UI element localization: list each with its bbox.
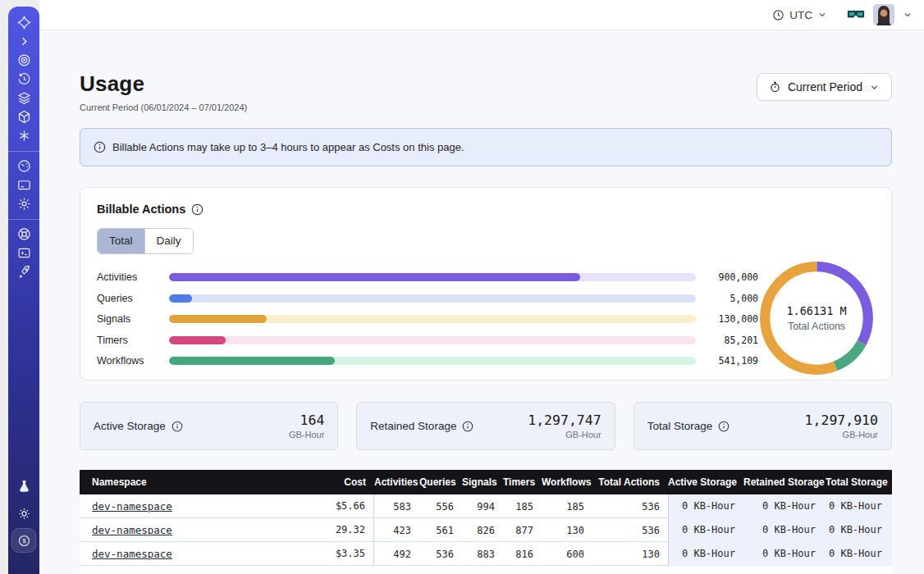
cell-activities: 492 [374, 549, 419, 560]
info-icon[interactable] [718, 421, 730, 432]
storage-card-label: Active Storage [94, 420, 166, 432]
chevron-down-icon [817, 10, 827, 20]
col-header-queries: Queries [419, 476, 462, 488]
bar-label: Activities [97, 271, 154, 283]
cell-signals: 883 [462, 549, 503, 560]
cell-cost: $5.66 [295, 494, 374, 518]
sidebar-divider [8, 151, 39, 152]
info-icon[interactable] [172, 421, 183, 432]
cell-retained-storage: 0 KB-Hour [743, 518, 826, 542]
tab-total[interactable]: Total [98, 229, 144, 253]
bar-fill [169, 273, 580, 281]
col-header-cost: Cost [295, 476, 374, 488]
cell-signals: 826 [462, 525, 503, 536]
bar-row-signals: Signals 130,000 [97, 315, 758, 323]
timezone-selector[interactable]: UTC [772, 9, 827, 21]
cell-total-actions: 130 [592, 549, 668, 560]
info-icon[interactable] [462, 421, 473, 432]
main-content: Usage Current Period (06/01/2024 – 07/01… [39, 30, 924, 574]
storage-card-value: 1,297,910 [805, 412, 878, 428]
bar-row-workflows: Workflows 541,109 [97, 357, 758, 365]
cell-active-storage: 0 KB-Hour [668, 494, 743, 518]
info-icon[interactable] [191, 203, 204, 216]
cell-activities: 423 [374, 525, 419, 536]
namespace-usage-table: Namespace Cost Activities Queries Signal… [80, 470, 892, 574]
col-header-active-storage: Active Storage [668, 476, 743, 488]
namespace-link[interactable]: dev-namespace [92, 524, 172, 536]
bar-label: Signals [97, 313, 154, 325]
cell-workflows: 130 [542, 525, 592, 536]
storage-card-label: Total Storage [647, 420, 713, 432]
table-row-clipped [80, 566, 892, 574]
namespace-link[interactable]: dev-namespace [92, 500, 172, 512]
col-header-workflows: Workflows [542, 476, 592, 488]
sidebar-divider [8, 219, 39, 220]
tab-daily[interactable]: Daily [144, 229, 193, 253]
billable-actions-card: Billable Actions Total Daily Activities … [80, 187, 892, 380]
pricing-dollar-icon[interactable]: $ [11, 528, 36, 553]
storage-card-value: 164 [289, 412, 324, 428]
page-subtitle: Current Period (06/01/2024 – 07/01/2024) [80, 102, 892, 112]
chevron-right-icon[interactable] [8, 33, 39, 49]
layers-icon[interactable] [8, 89, 39, 106]
cell-signals: 994 [462, 501, 503, 512]
cell-timers: 877 [503, 525, 542, 536]
terminal-icon[interactable] [8, 244, 39, 261]
history-clock-icon[interactable] [8, 71, 39, 87]
retained-storage-card: Retained Storage 1,297,747 GB-Hour [356, 402, 615, 450]
cell-active-storage: 0 KB-Hour [668, 542, 743, 566]
user-avatar[interactable] [873, 4, 894, 25]
cell-total-storage: 0 KB-Hour [826, 518, 892, 542]
support-lifebuoy-icon[interactable] [8, 226, 39, 242]
bar-value: 85,201 [707, 335, 758, 346]
period-dropdown-button[interactable]: Current Period [757, 73, 892, 101]
col-header-total-actions: Total Actions [592, 476, 668, 488]
asterisk-icon[interactable] [8, 127, 39, 144]
chart-mode-tabs: Total Daily [97, 228, 194, 254]
billable-actions-title: Billable Actions [97, 203, 185, 216]
cell-workflows: 600 [542, 549, 592, 560]
usage-gauge-icon[interactable] [8, 157, 39, 174]
chevron-down-icon[interactable] [903, 10, 913, 20]
cell-cost: $3.35 [295, 542, 374, 566]
bar-row-activities: Activities 900,000 [97, 273, 758, 281]
table-row: dev-namespace $3.35 492 536 883 816 600 … [80, 542, 892, 566]
total-actions-donut-chart: 1.66131 M Total Actions [758, 260, 875, 376]
sidebar: $ [8, 7, 39, 574]
goggles-icon[interactable] [847, 9, 865, 21]
col-header-total-storage: Total Storage [826, 476, 892, 488]
cell-retained-storage: 0 KB-Hour [743, 494, 826, 518]
stopwatch-icon [769, 80, 781, 93]
donut-total-value: 1.66131 M [786, 304, 846, 317]
temporal-logo-icon[interactable] [8, 14, 39, 30]
namespace-link[interactable]: dev-namespace [92, 548, 172, 560]
info-banner: Billable Actions may take up to 3–4 hour… [80, 128, 892, 166]
labs-flask-icon[interactable] [8, 478, 39, 494]
chevron-down-icon [869, 82, 880, 93]
bar-value: 541,109 [707, 355, 758, 367]
rocket-icon[interactable] [8, 263, 39, 280]
cell-total-storage: 0 KB-Hour [826, 542, 892, 566]
cell-queries: 556 [419, 501, 462, 512]
banner-text: Billable Actions may take up to 3–4 hour… [112, 141, 464, 153]
cell-total-actions: 536 [592, 501, 668, 512]
col-header-namespace: Namespace [80, 476, 295, 488]
col-header-activities: Activities [374, 476, 419, 488]
cell-queries: 561 [419, 525, 462, 536]
bar-label: Workflows [97, 355, 154, 367]
bar-fill [169, 315, 267, 323]
bar-value: 900,000 [707, 271, 758, 283]
bar-fill [169, 357, 335, 365]
info-icon [94, 141, 106, 153]
total-storage-card: Total Storage 1,297,910 GB-Hour [634, 402, 892, 450]
cell-activities: 583 [374, 501, 419, 512]
settings-gear-icon[interactable] [8, 195, 39, 212]
storage-card-unit: GB-Hour [289, 430, 324, 440]
theme-sun-icon[interactable] [8, 505, 39, 522]
col-header-signals: Signals [462, 476, 503, 488]
cube-icon[interactable] [8, 108, 39, 125]
bar-track [169, 336, 696, 344]
bar-row-queries: Queries 5,000 [97, 294, 758, 303]
billing-card-icon[interactable] [8, 176, 39, 193]
namespaces-icon[interactable] [8, 52, 39, 68]
